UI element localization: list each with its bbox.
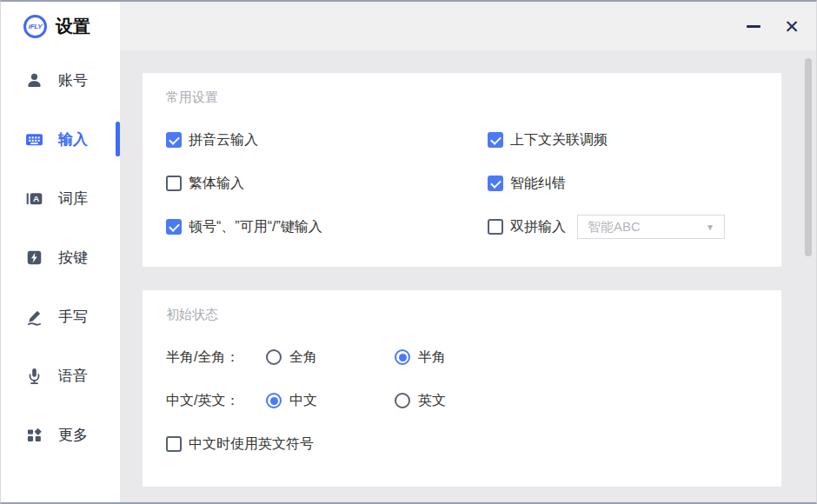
- user-icon: [25, 71, 43, 90]
- sidebar-item-label: 手写: [58, 307, 88, 327]
- sidebar-item-label: 语音: [58, 366, 88, 386]
- checkbox-english-punctuation[interactable]: 中文时使用英文符号: [166, 435, 314, 454]
- sidebar-item-account[interactable]: 账号: [1, 50, 120, 109]
- checkbox-traditional-input[interactable]: 繁体输入: [166, 175, 244, 193]
- chevron-down-icon: ▼: [706, 222, 714, 232]
- section-title-initial: 初始状态: [166, 308, 758, 322]
- keyboard-icon: [25, 130, 43, 149]
- settings-row: 繁体输入 智能纠错: [166, 162, 758, 205]
- window-controls: ✕: [740, 12, 806, 40]
- sidebar-item-label: 输入: [58, 129, 88, 149]
- sidebar-item-handwriting[interactable]: 手写: [1, 287, 120, 346]
- svg-text:A: A: [33, 194, 39, 203]
- section-title-common: 常用设置: [166, 90, 758, 104]
- radio-selected-icon[interactable]: [266, 393, 282, 408]
- dictionary-icon: A: [25, 189, 43, 208]
- settings-row: 中文/英文： 中文 英文: [166, 379, 758, 422]
- keys-icon: [25, 249, 43, 267]
- titlebar: ✕: [120, 2, 816, 50]
- sidebar-item-more[interactable]: 更多: [1, 405, 120, 464]
- checkbox-checked-icon[interactable]: [166, 219, 182, 235]
- settings-row: 中文时使用英文符号: [166, 422, 758, 466]
- checkbox-dunhao-slash-key[interactable]: 顿号“、”可用“/”键输入: [166, 218, 322, 236]
- checkbox-smart-correction[interactable]: 智能纠错: [488, 175, 566, 193]
- checkbox-double-pinyin[interactable]: 双拼输入: [488, 218, 566, 236]
- radio-group-label: 中文/英文：: [166, 392, 266, 410]
- minimize-button[interactable]: [740, 12, 767, 40]
- microphone-icon: [25, 367, 43, 385]
- sidebar-item-label: 词库: [58, 189, 88, 209]
- checkbox-checked-icon[interactable]: [488, 132, 503, 148]
- radio-fullwidth[interactable]: 全角: [266, 348, 395, 367]
- scrollbar-thumb[interactable]: [805, 58, 812, 256]
- sidebar-item-input[interactable]: 输入: [1, 109, 120, 169]
- active-indicator: [116, 122, 120, 156]
- ifly-logo: iFLY: [23, 15, 47, 38]
- sidebar-item-dictionary[interactable]: A 词库: [1, 169, 120, 228]
- radio-selected-icon[interactable]: [395, 349, 410, 365]
- sidebar: iFLY 设置 账号: [1, 2, 120, 502]
- radio-halfwidth[interactable]: 半角: [395, 348, 446, 367]
- sidebar-item-label: 更多: [58, 425, 88, 445]
- page-title: 设置: [56, 15, 90, 38]
- radio-chinese[interactable]: 中文: [266, 392, 395, 410]
- radio-group-label: 半角/全角：: [166, 348, 266, 367]
- radio-english[interactable]: 英文: [395, 392, 446, 410]
- settings-row: 拼音云输入 上下文关联调频: [166, 118, 758, 162]
- checkbox-checked-icon[interactable]: [166, 132, 182, 148]
- settings-window: ✕ iFLY 设置 账号: [0, 0, 817, 504]
- sidebar-item-voice[interactable]: 语音: [1, 346, 120, 405]
- app-header: iFLY 设置: [1, 2, 120, 50]
- sidebar-item-label: 账号: [58, 70, 88, 90]
- dropdown-selected-value: 智能ABC: [588, 219, 641, 235]
- sidebar-item-keys[interactable]: 按键: [1, 228, 120, 287]
- settings-content: 常用设置 拼音云输入 上下文关联调频: [120, 50, 816, 502]
- close-icon: ✕: [784, 17, 800, 36]
- checkbox-unchecked-icon[interactable]: [166, 176, 182, 191]
- checkbox-unchecked-icon[interactable]: [488, 219, 503, 235]
- double-pinyin-scheme-select[interactable]: 智能ABC ▼: [577, 215, 725, 239]
- settings-row: 顿号“、”可用“/”键输入 双拼输入 智能ABC ▼: [166, 205, 758, 249]
- sidebar-item-label: 按键: [58, 248, 88, 268]
- common-settings-card: 常用设置 拼音云输入 上下文关联调频: [143, 73, 781, 267]
- checkbox-pinyin-cloud[interactable]: 拼音云输入: [166, 131, 258, 149]
- checkbox-unchecked-icon[interactable]: [166, 436, 182, 452]
- checkbox-context-tuning[interactable]: 上下文关联调频: [488, 131, 608, 149]
- checkbox-checked-icon[interactable]: [488, 176, 503, 191]
- radio-unselected-icon[interactable]: [395, 393, 410, 408]
- settings-row: 半角/全角： 全角 半角: [166, 335, 758, 379]
- handwriting-icon: [25, 308, 43, 326]
- close-button[interactable]: ✕: [778, 12, 806, 40]
- radio-unselected-icon[interactable]: [266, 349, 282, 365]
- initial-state-card: 初始状态 半角/全角： 全角 半角 中文/英文：: [143, 290, 781, 487]
- more-grid-icon: [25, 426, 43, 444]
- minimize-icon: [747, 25, 761, 28]
